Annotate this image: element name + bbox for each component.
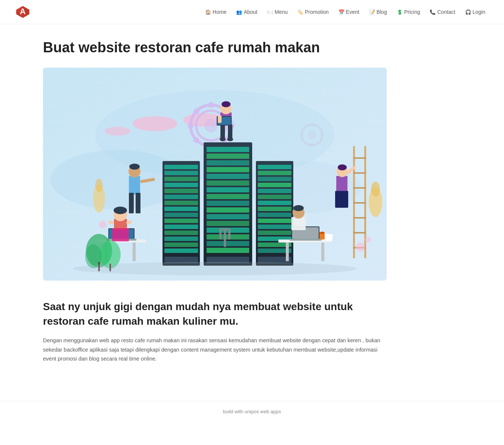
svg-rect-42 [164, 248, 198, 253]
svg-rect-39 [164, 231, 198, 235]
subtitle-section: Saat ny unjuk gigi dengan mudah nya memb… [43, 299, 387, 364]
menu-nav-icon: 🍽️ [267, 9, 273, 15]
svg-rect-69 [258, 177, 291, 181]
page-title: Buat website restoran cafe rumah makan [43, 39, 461, 56]
svg-rect-77 [258, 225, 291, 229]
svg-rect-73 [258, 201, 291, 205]
svg-point-145 [95, 179, 103, 192]
nav-link-home[interactable]: 🏠Home [201, 7, 230, 17]
nav-link-about[interactable]: 👥About [232, 7, 261, 17]
svg-point-135 [129, 164, 140, 170]
svg-point-9 [105, 127, 131, 136]
svg-point-147 [365, 237, 371, 242]
svg-rect-111 [353, 217, 366, 219]
svg-point-22 [307, 130, 316, 139]
svg-rect-78 [258, 231, 291, 235]
promotion-nav-icon: 🏷️ [297, 9, 303, 15]
contact-nav-icon: 📞 [430, 9, 436, 15]
svg-rect-65 [219, 228, 231, 230]
svg-rect-68 [258, 171, 291, 175]
svg-rect-74 [258, 207, 291, 211]
menu-nav-label: Menu [275, 9, 288, 15]
svg-point-128 [293, 205, 304, 211]
nav-link-contact[interactable]: 📞Contact [426, 7, 459, 17]
brand-logo[interactable]: A [15, 4, 31, 20]
svg-rect-115 [335, 191, 348, 208]
svg-rect-108 [353, 172, 366, 174]
svg-rect-41 [164, 242, 198, 247]
svg-rect-131 [129, 176, 140, 195]
svg-rect-53 [207, 201, 249, 206]
svg-rect-126 [291, 217, 306, 230]
pricing-nav-icon: 💲 [397, 9, 403, 15]
svg-rect-110 [353, 202, 366, 204]
about-nav-label: About [244, 9, 257, 15]
subtitle-heading: Saat ny unjuk gigi dengan mudah nya memb… [43, 299, 387, 328]
svg-rect-71 [258, 189, 291, 193]
blog-nav-label: Blog [377, 9, 387, 15]
svg-point-130 [319, 232, 325, 234]
nav-link-login[interactable]: 🎧Login [461, 7, 489, 17]
svg-rect-40 [164, 237, 198, 241]
svg-rect-55 [207, 214, 249, 219]
svg-rect-52 [207, 194, 249, 199]
svg-rect-85 [133, 242, 136, 261]
svg-rect-23 [310, 123, 313, 126]
svg-rect-35 [164, 207, 198, 211]
home-nav-label: Home [213, 9, 226, 15]
promotion-nav-label: Promotion [305, 9, 329, 15]
svg-rect-121 [321, 242, 324, 261]
about-nav-icon: 👥 [236, 9, 242, 15]
svg-rect-37 [164, 219, 198, 223]
svg-rect-107 [353, 157, 366, 159]
footer-text: build with unipos web apps [223, 409, 281, 414]
svg-rect-54 [207, 207, 249, 213]
event-nav-label: Event [346, 9, 359, 15]
footer: build with unipos web apps [0, 401, 504, 422]
svg-rect-25 [321, 133, 324, 136]
nav-link-event[interactable]: 📅Event [335, 7, 363, 17]
svg-text:A: A [20, 7, 26, 16]
nav-links: 🏠Home👥About🍽️Menu🏷️Promotion📅Event📝Blog💲… [201, 7, 489, 17]
svg-point-148 [99, 221, 106, 228]
svg-rect-26 [300, 133, 303, 136]
svg-rect-112 [353, 232, 366, 234]
svg-rect-16 [188, 123, 193, 128]
svg-point-7 [133, 116, 177, 131]
svg-rect-36 [164, 213, 198, 217]
svg-rect-132 [129, 193, 134, 213]
hero-image [43, 68, 387, 281]
svg-rect-72 [258, 195, 291, 199]
blog-nav-icon: 📝 [369, 9, 375, 15]
svg-point-98 [220, 137, 226, 141]
svg-rect-70 [258, 183, 291, 187]
svg-rect-38 [164, 225, 198, 229]
nav-link-pricing[interactable]: 💲Pricing [393, 7, 424, 17]
svg-point-99 [227, 137, 233, 141]
svg-rect-30 [164, 177, 198, 181]
svg-rect-48 [207, 167, 249, 172]
svg-point-92 [114, 207, 127, 214]
svg-point-12 [204, 119, 218, 132]
nav-link-blog[interactable]: 📝Blog [365, 7, 391, 17]
svg-rect-67 [258, 165, 291, 169]
home-nav-icon: 🏠 [205, 9, 211, 15]
svg-rect-97 [228, 124, 232, 139]
svg-rect-45 [207, 147, 249, 152]
svg-rect-13 [209, 102, 213, 108]
svg-point-143 [371, 182, 380, 197]
svg-rect-133 [136, 193, 140, 213]
svg-rect-104 [218, 115, 222, 123]
body-text: Dengan menggunakan web app resto cafe ru… [43, 336, 383, 364]
svg-rect-62 [224, 228, 226, 247]
svg-rect-109 [353, 187, 366, 189]
svg-point-146 [356, 242, 365, 251]
svg-rect-24 [310, 143, 313, 147]
svg-rect-47 [207, 160, 249, 166]
nav-link-promotion[interactable]: 🏷️Promotion [294, 7, 333, 17]
nav-link-menu[interactable]: 🍽️Menu [263, 7, 291, 17]
svg-rect-59 [207, 241, 249, 246]
login-nav-label: Login [473, 9, 485, 15]
navbar: A 🏠Home👥About🍽️Menu🏷️Promotion📅Event📝Blo… [0, 0, 504, 24]
svg-rect-60 [207, 248, 249, 253]
